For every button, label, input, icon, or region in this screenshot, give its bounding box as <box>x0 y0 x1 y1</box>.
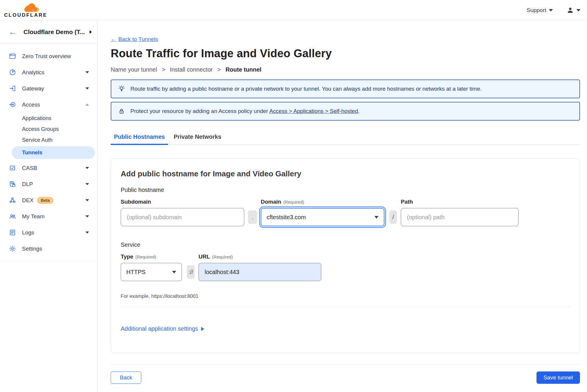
sidebar-item-settings[interactable]: Settings <box>0 241 97 257</box>
domain-select-value: cftestsite3.com <box>267 214 306 221</box>
sidebar-item-label: Gateway <box>22 85 44 92</box>
chevron-down-icon <box>85 87 89 89</box>
scheme-separator: :// <box>187 265 195 279</box>
cloudflare-logo[interactable]: CLOUDFLARE <box>4 3 49 18</box>
additional-settings-label: Additional application settings <box>121 325 198 332</box>
breadcrumb-separator: > <box>217 66 221 73</box>
sidebar-item-access[interactable]: Access <box>0 97 97 113</box>
gateway-icon <box>9 85 16 92</box>
sidebar-item-zero-trust-overview[interactable]: Zero Trust overview <box>0 48 97 64</box>
sidebar-item-dlp[interactable]: DLP <box>0 176 97 192</box>
sidebar-subitem-label: Applications <box>22 115 51 121</box>
type-label: Type(Required) <box>121 254 182 260</box>
service-url-input[interactable] <box>199 263 321 281</box>
sidebar-item-label: My Team <box>22 213 45 220</box>
sidebar-item-access-groups[interactable]: Access Groups <box>0 124 97 134</box>
sidebar-item-analytics[interactable]: Analytics <box>0 64 97 80</box>
breadcrumb-separator: > <box>162 66 165 73</box>
step-name-your-tunnel[interactable]: Name your tunnel <box>111 66 157 73</box>
access-icon <box>9 101 16 109</box>
url-field-group: URL(Required) <box>199 254 321 281</box>
sidebar-item-gateway[interactable]: Gateway <box>0 80 97 97</box>
back-arrow-icon: ← <box>9 28 16 36</box>
info-banner-route-traffic: Route traffic by adding a public hostnam… <box>111 80 580 98</box>
banner-text: . <box>358 108 359 114</box>
page-title: Route Traffic for Image and Video Galler… <box>111 47 580 60</box>
window-icon <box>9 53 16 60</box>
access-policy-link[interactable]: Access > Applications > Self-hosted <box>269 108 358 114</box>
account-name: Cloudflare Demo (T... <box>23 28 85 36</box>
brand-wordmark: CLOUDFLARE <box>4 13 49 18</box>
dlp-icon <box>9 180 16 188</box>
sidebar-subitem-label: Tunnels <box>22 149 43 156</box>
url-label: URL(Required) <box>199 254 321 260</box>
sidebar-subitem-label: Access Groups <box>22 126 59 132</box>
required-hint: (Required) <box>135 254 156 259</box>
chevron-down-icon <box>374 216 379 219</box>
back-button[interactable]: Back <box>111 371 141 384</box>
lock-icon <box>118 107 125 115</box>
chevron-down-icon <box>85 232 89 234</box>
path-input[interactable] <box>401 208 519 226</box>
sidebar-item-applications[interactable]: Applications <box>0 113 97 124</box>
team-icon <box>9 213 16 220</box>
sidebar-item-label: CASB <box>22 165 37 171</box>
sidebar-item-label: Zero Trust overview <box>22 53 71 60</box>
lightbulb-icon <box>118 85 125 93</box>
support-menu[interactable]: Support <box>527 7 553 13</box>
public-hostname-section-label: Public hostname <box>121 187 570 193</box>
domain-label: Domain(Required) <box>261 199 384 205</box>
tab-public-hostnames[interactable]: Public Hostnames <box>111 134 168 145</box>
sidebar-item-service-auth[interactable]: Service Auth <box>0 134 97 145</box>
sidebar-item-label: DEX <box>22 197 33 204</box>
service-field-row: Type(Required) HTTPS :// URL(Required) <box>121 254 570 281</box>
additional-settings-toggle[interactable]: Additional application settings <box>121 325 204 332</box>
card-heading: Add public hostname for Image and Video … <box>121 169 570 178</box>
footer-divider <box>111 364 580 364</box>
card-divider <box>121 307 570 307</box>
required-hint: (Required) <box>212 254 233 259</box>
tab-bar: Public Hostnames Private Networks <box>111 134 580 145</box>
account-switcher[interactable]: ← Cloudflare Demo (T... <box>0 21 97 43</box>
chevron-right-icon <box>90 30 92 34</box>
domain-select[interactable]: cftestsite3.com <box>261 208 384 226</box>
info-banner-access-policy: Protect your resource by adding an Acces… <box>111 102 580 121</box>
dex-icon <box>9 197 16 204</box>
step-route-tunnel: Route tunnel <box>226 66 261 73</box>
sidebar-item-tunnels[interactable]: Tunnels <box>12 146 95 159</box>
sidebar-item-casb[interactable]: CASB <box>0 160 97 176</box>
back-to-tunnels-link[interactable]: ← Back to Tunnels <box>111 36 158 43</box>
type-field-group: Type(Required) HTTPS <box>121 254 182 281</box>
app-window: CLOUDFLARE Support ← Cloudflare Demo (T.… <box>0 0 587 392</box>
chevron-down-icon <box>85 199 89 201</box>
save-tunnel-button[interactable]: Save tunnel <box>536 371 580 384</box>
breadcrumb: Name your tunnel > Install connector > R… <box>111 66 580 73</box>
beta-badge: Beta <box>37 197 53 204</box>
sidebar-item-logs[interactable]: Logs <box>0 224 97 241</box>
service-type-select[interactable]: HTTPS <box>121 263 182 281</box>
tab-private-networks[interactable]: Private Networks <box>170 134 224 145</box>
chevron-down-icon <box>549 9 553 11</box>
sidebar-item-label: DLP <box>22 181 33 187</box>
required-hint: (Required) <box>283 200 304 205</box>
sidebar-item-label: Settings <box>22 246 42 252</box>
subdomain-input[interactable] <box>121 208 244 226</box>
sidebar-item-dex[interactable]: DEX Beta <box>0 192 97 208</box>
pie-chart-icon <box>9 69 16 76</box>
subdomain-field-group: Subdomain <box>121 199 244 226</box>
chevron-down-icon <box>576 9 581 11</box>
step-install-connector[interactable]: Install connector <box>170 66 213 73</box>
chevron-up-icon <box>85 104 89 106</box>
hostname-field-row: Subdomain . Domain(Required) cftestsite3… <box>121 199 570 226</box>
chevron-down-icon <box>85 167 89 169</box>
sidebar-subitem-label: Service Auth <box>22 137 53 143</box>
back-link-label: Back to Tunnels <box>118 36 158 43</box>
main-content: ← Back to Tunnels Route Traffic for Imag… <box>97 21 587 392</box>
sidebar-item-my-team[interactable]: My Team <box>0 208 97 224</box>
banner-text: Protect your resource by adding an Acces… <box>130 108 269 114</box>
sidebar-nav: Zero Trust overview Analytics Gateway <box>0 43 97 261</box>
account-menu[interactable] <box>566 6 581 14</box>
support-label: Support <box>527 7 546 13</box>
subdomain-label: Subdomain <box>121 199 244 205</box>
url-example-hint: For example, https://localhost:8001 <box>121 293 570 299</box>
